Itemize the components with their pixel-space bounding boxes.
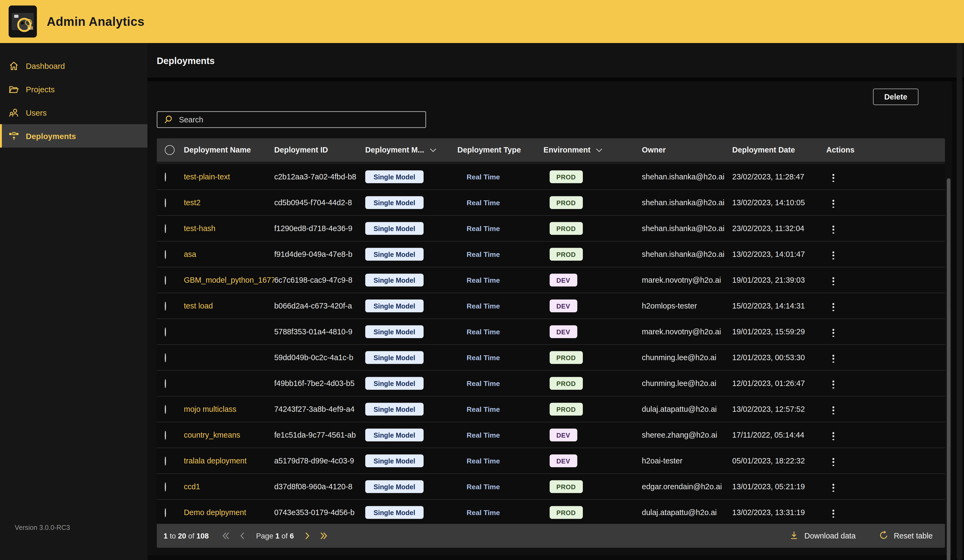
logo-gauge-dot bbox=[21, 21, 24, 24]
deployment-type: Real Time bbox=[458, 457, 544, 464]
row-select-circle[interactable] bbox=[165, 250, 166, 259]
deployment-id: 74243f27-3a8b-4ef9-a4 bbox=[274, 405, 365, 413]
col-environment-label: Environment bbox=[544, 146, 591, 155]
deployment-name-link[interactable]: test-plain-text bbox=[184, 173, 274, 181]
row-select-circle[interactable] bbox=[165, 482, 166, 491]
deployment-name-link[interactable]: test2 bbox=[184, 198, 274, 207]
row-select-circle[interactable] bbox=[165, 379, 166, 387]
deployment-mode-cell: Single Model bbox=[365, 428, 458, 441]
page-total: 6 bbox=[290, 531, 294, 540]
deployment-mode-cell: Single Model bbox=[365, 248, 458, 260]
row-actions-menu-icon[interactable] bbox=[828, 507, 839, 520]
first-page-button[interactable] bbox=[219, 530, 233, 541]
deployment-name-link[interactable]: tralala deployment bbox=[184, 456, 274, 465]
mode-chip: Single Model bbox=[365, 403, 423, 415]
row-select-circle[interactable] bbox=[165, 431, 166, 439]
row-select-circle[interactable] bbox=[165, 508, 166, 517]
owner-text: edgar.orendain@h2o.ai bbox=[642, 482, 732, 491]
sidebar-item-label: Projects bbox=[26, 85, 55, 94]
deployment-date-text: 17/11/2022, 05:14:44 bbox=[732, 431, 826, 439]
row-actions-menu-icon[interactable] bbox=[828, 172, 839, 184]
environment-cell: DEV bbox=[544, 300, 642, 312]
row-actions-menu-icon[interactable] bbox=[828, 223, 839, 236]
delete-button[interactable]: Delete bbox=[873, 88, 918, 105]
sidebar-item-dashboard[interactable]: Dashboard bbox=[0, 54, 148, 78]
sidebar-item-projects[interactable]: Projects bbox=[0, 78, 148, 101]
row-actions-menu-icon[interactable] bbox=[828, 456, 839, 469]
row-actions-menu-icon[interactable] bbox=[828, 327, 839, 339]
last-page-button[interactable] bbox=[317, 530, 331, 541]
row-actions-menu-icon[interactable] bbox=[828, 404, 839, 417]
mode-chip: Single Model bbox=[365, 248, 423, 260]
row-select-circle[interactable] bbox=[165, 327, 166, 336]
owner-text: sheree.zhang@h2o.ai bbox=[642, 431, 732, 439]
environment-cell: DEV bbox=[544, 325, 642, 338]
deployment-name-link[interactable]: country_kmeans bbox=[184, 431, 274, 439]
actions-cell bbox=[826, 427, 945, 443]
deployment-mode-cell: Single Model bbox=[365, 454, 458, 467]
environment-cell: PROD bbox=[544, 196, 642, 209]
deployment-id: d37d8f08-960a-4120-8 bbox=[274, 482, 365, 491]
mode-chip: Single Model bbox=[365, 196, 423, 209]
deployment-mode-cell: Single Model bbox=[365, 300, 458, 312]
table-body: test-plain-text c2b12aa3-7a02-4fbd-b8 Si… bbox=[157, 162, 945, 526]
chevron-down-icon[interactable] bbox=[596, 148, 603, 152]
row-actions-menu-icon[interactable] bbox=[828, 197, 839, 210]
table-scrollbar-thumb[interactable] bbox=[947, 178, 951, 560]
range-of-word: of bbox=[188, 531, 194, 540]
actions-cell bbox=[826, 221, 945, 236]
deployment-name-link[interactable]: ccd1 bbox=[184, 482, 274, 491]
row-select-circle[interactable] bbox=[165, 405, 166, 413]
sidebar-item-deployments[interactable]: Deployments bbox=[0, 124, 148, 148]
row-actions-menu-icon[interactable] bbox=[828, 482, 839, 494]
deployment-name-link[interactable]: mojo multiclass bbox=[184, 405, 274, 413]
mode-chip: Single Model bbox=[365, 480, 423, 493]
search-input[interactable] bbox=[178, 115, 425, 125]
sidebar-item-label: Dashboard bbox=[26, 61, 65, 70]
owner-text: h2omlops-tester bbox=[642, 301, 732, 310]
environment-badge: DEV bbox=[549, 273, 577, 287]
row-actions-menu-icon[interactable] bbox=[828, 249, 839, 262]
deployment-name-link[interactable]: test load bbox=[184, 301, 274, 310]
reset-table-button[interactable]: Reset table bbox=[875, 530, 936, 542]
row-actions-menu-icon[interactable] bbox=[828, 275, 839, 288]
download-data-button[interactable]: Download data bbox=[786, 530, 859, 542]
chevron-down-icon[interactable] bbox=[430, 148, 436, 152]
mode-chip: Single Model bbox=[365, 273, 423, 287]
next-page-button[interactable] bbox=[302, 530, 313, 541]
row-select-circle[interactable] bbox=[165, 276, 166, 284]
deployment-name-link[interactable]: GBM_model_python_1677 bbox=[184, 276, 274, 284]
environment-cell: DEV bbox=[544, 273, 642, 287]
mode-chip: Single Model bbox=[365, 325, 423, 338]
sidebar-item-users[interactable]: Users bbox=[0, 101, 148, 124]
mode-chip: Single Model bbox=[365, 351, 423, 364]
environment-badge: DEV bbox=[549, 300, 577, 312]
download-icon bbox=[790, 530, 799, 541]
environment-badge: PROD bbox=[549, 351, 582, 364]
row-select-circle[interactable] bbox=[165, 173, 166, 181]
environment-badge: PROD bbox=[549, 248, 582, 260]
deployment-mode-cell: Single Model bbox=[365, 480, 458, 493]
deployment-type: Real Time bbox=[458, 276, 544, 283]
row-actions-menu-icon[interactable] bbox=[828, 430, 839, 443]
row-select-cell bbox=[157, 173, 184, 181]
row-select-circle[interactable] bbox=[165, 353, 166, 362]
prev-page-button[interactable] bbox=[237, 530, 248, 541]
row-select-circle[interactable] bbox=[165, 224, 166, 233]
table-row: test-plain-text c2b12aa3-7a02-4fbd-b8 Si… bbox=[157, 164, 945, 190]
row-actions-menu-icon[interactable] bbox=[828, 378, 839, 391]
row-actions-menu-icon[interactable] bbox=[828, 301, 839, 314]
deployment-name-link[interactable]: test-hash bbox=[184, 224, 274, 233]
deployment-name-link[interactable]: asa bbox=[184, 250, 274, 259]
page-scrollbar[interactable] bbox=[957, 43, 962, 560]
search-icon bbox=[164, 115, 173, 124]
owner-text: marek.novotny@h2o.ai bbox=[642, 276, 732, 284]
row-actions-menu-icon[interactable] bbox=[828, 352, 839, 365]
environment-badge: PROD bbox=[549, 196, 582, 209]
table-scrollbar[interactable] bbox=[947, 138, 951, 560]
select-all-circle[interactable] bbox=[165, 145, 175, 155]
deployment-name-link[interactable]: Demo deplpyment bbox=[184, 508, 274, 517]
row-select-circle[interactable] bbox=[165, 301, 166, 310]
row-select-circle[interactable] bbox=[165, 456, 166, 465]
row-select-circle[interactable] bbox=[165, 198, 166, 207]
